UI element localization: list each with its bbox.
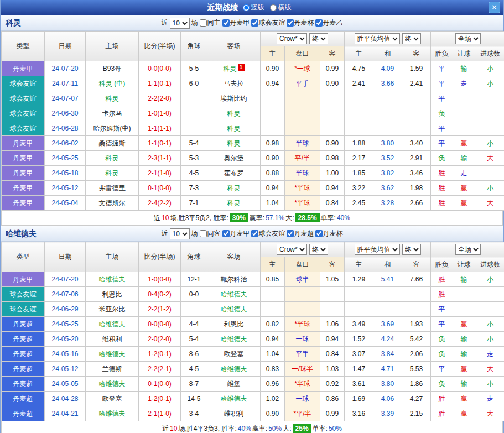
europe-away-odds: 4.27 <box>402 392 431 406</box>
horizontal-radio[interactable] <box>270 4 277 11</box>
same-away-filter[interactable]: 同客 <box>200 229 221 238</box>
league-checkbox[interactable] <box>222 230 230 237</box>
league-label: 丹麦杯 <box>294 18 314 28</box>
league-checkbox[interactable] <box>315 230 323 237</box>
home-team: 哈尔姆斯(中) <box>86 121 139 136</box>
handicap-result-value: 走 <box>453 76 475 91</box>
league-checkbox[interactable] <box>251 19 258 27</box>
layout-vertical-option[interactable]: 竖版 <box>243 3 264 12</box>
league-label: 丹麦杯 <box>323 229 343 238</box>
asia-home-odds: 0.88 <box>261 166 285 181</box>
summary-text: 单率: <box>321 213 336 223</box>
team-name: 哈维德夫 <box>6 229 37 239</box>
asia-handicap-value: 一球 <box>285 332 320 347</box>
europe-time-select[interactable]: 终 <box>402 33 421 44</box>
europe-draw-odds: 3.62 <box>373 181 402 196</box>
match-date: 24-05-20 <box>45 332 86 347</box>
match-row: 球会友谊 24-07-07 科灵 2-2(2-0) 埃斯比约 平 <box>2 91 504 106</box>
scope-select[interactable]: 全场 <box>455 244 481 255</box>
col-ep-draw: 和 <box>373 46 402 61</box>
europe-away-odds <box>402 302 431 317</box>
corner-count <box>181 121 207 136</box>
asia-handicap-value <box>285 106 320 121</box>
europe-home-odds <box>345 106 373 121</box>
asia-time-select[interactable]: 终 <box>309 244 328 255</box>
europe-home-odds: 1.47 <box>345 362 373 377</box>
match-row: 球会友谊 24-07-11 科灵 (中) 1-1(0-1) 6-0 马夫拉 0.… <box>2 76 504 91</box>
corner-count <box>181 106 207 121</box>
asia-handicap-value: 一/球半 <box>285 362 320 377</box>
league-filter-1[interactable]: 球会友谊 <box>251 18 285 28</box>
goals-result-value: 大 <box>475 196 504 211</box>
league-filter-3[interactable]: 丹麦乙 <box>315 18 343 28</box>
same-home-checkbox[interactable] <box>200 19 207 27</box>
europe-mean-select[interactable]: 胜平负均值 <box>355 244 400 255</box>
away-team: 奥尔堡 <box>207 151 261 166</box>
asia-away-odds: 0.94 <box>320 332 345 347</box>
league-filter-0[interactable]: 丹麦甲 <box>222 18 250 28</box>
home-team: 桑德捷斯 <box>86 136 139 151</box>
league-checkbox[interactable] <box>287 19 294 27</box>
match-date: 24-05-16 <box>45 347 86 362</box>
asia-company-select[interactable]: Crow* <box>277 33 307 44</box>
home-team: 科灵 <box>86 91 139 106</box>
col-result: 胜负 <box>431 257 453 272</box>
league-filter-2[interactable]: 丹麦超 <box>287 229 314 238</box>
league-filter-1[interactable]: 球会友谊 <box>251 229 285 238</box>
away-team: 科灵 <box>207 136 261 151</box>
europe-away-odds <box>402 91 431 106</box>
corner-count: 7-3 <box>181 181 207 196</box>
goals-result-value: 大 <box>475 151 504 166</box>
close-icon[interactable]: ✕ <box>489 2 500 13</box>
asia-handicap-value: *一球 <box>285 61 320 76</box>
europe-time-select[interactable]: 终 <box>402 244 421 255</box>
goals-result-value: 小 <box>475 272 504 287</box>
match-score: 1-0(1-0) <box>139 106 181 121</box>
league-checkbox[interactable] <box>287 230 294 237</box>
europe-draw-odds: 3.52 <box>373 151 402 166</box>
summary-text: 10 <box>170 425 177 432</box>
league-filter-0[interactable]: 丹麦甲 <box>222 229 250 238</box>
team-name: 科灵 <box>6 18 21 28</box>
away-team: 科灵 <box>207 121 261 136</box>
goals-result-value: 小 <box>475 317 504 332</box>
europe-home-odds <box>345 302 373 317</box>
vertical-radio[interactable] <box>243 4 250 11</box>
asia-company-select[interactable]: Crow* <box>277 244 307 255</box>
away-team: 哈维德夫 <box>207 392 261 406</box>
europe-mean-select[interactable]: 胜平负均值 <box>355 33 400 44</box>
league-badge: 丹麦超 <box>2 406 45 421</box>
section-header-bar: 哈维德夫 近 10 场 同客 丹麦甲球会友谊丹麦超丹麦杯 <box>1 226 503 242</box>
asia-away-odds <box>320 302 345 317</box>
col-date: 日期 <box>45 32 86 61</box>
league-checkbox[interactable] <box>315 19 323 27</box>
europe-away-odds: 1.86 <box>402 377 431 392</box>
asia-away-odds: 0.92 <box>320 377 345 392</box>
europe-draw-odds: 4.24 <box>373 332 402 347</box>
league-checkbox[interactable] <box>251 230 258 237</box>
europe-draw-odds <box>373 302 402 317</box>
asia-away-odds: 1.05 <box>320 272 345 287</box>
europe-away-odds: 7.66 <box>402 272 431 287</box>
summary-text: 40% <box>238 425 251 432</box>
titlebar: 近期战绩 竖版 横版 ✕ <box>1 0 503 15</box>
layout-horizontal-option[interactable]: 横版 <box>270 3 292 12</box>
league-filter-2[interactable]: 丹麦杯 <box>287 18 314 28</box>
asia-handicap-value <box>285 91 320 106</box>
goals-result-value: 小 <box>475 181 504 196</box>
match-count-select[interactable]: 10 <box>170 228 190 239</box>
asia-handicap-value: *半球 <box>285 181 320 196</box>
same-home-filter[interactable]: 同主 <box>200 18 221 28</box>
match-count-select[interactable]: 10 <box>170 18 190 29</box>
col-ep-home: 主 <box>345 46 373 61</box>
same-away-checkbox[interactable] <box>200 230 207 237</box>
asia-handicap-value <box>285 302 320 317</box>
away-team: 哈维德夫 <box>207 332 261 347</box>
asia-time-select[interactable]: 终 <box>309 33 328 44</box>
match-score: 2-2(2-1) <box>139 362 181 377</box>
scope-select[interactable]: 全场 <box>455 33 481 44</box>
league-filter-3[interactable]: 丹麦杯 <box>315 229 343 238</box>
league-checkbox[interactable] <box>222 19 230 27</box>
match-date: 24-07-20 <box>45 61 86 76</box>
corner-count: 5-4 <box>181 136 207 151</box>
